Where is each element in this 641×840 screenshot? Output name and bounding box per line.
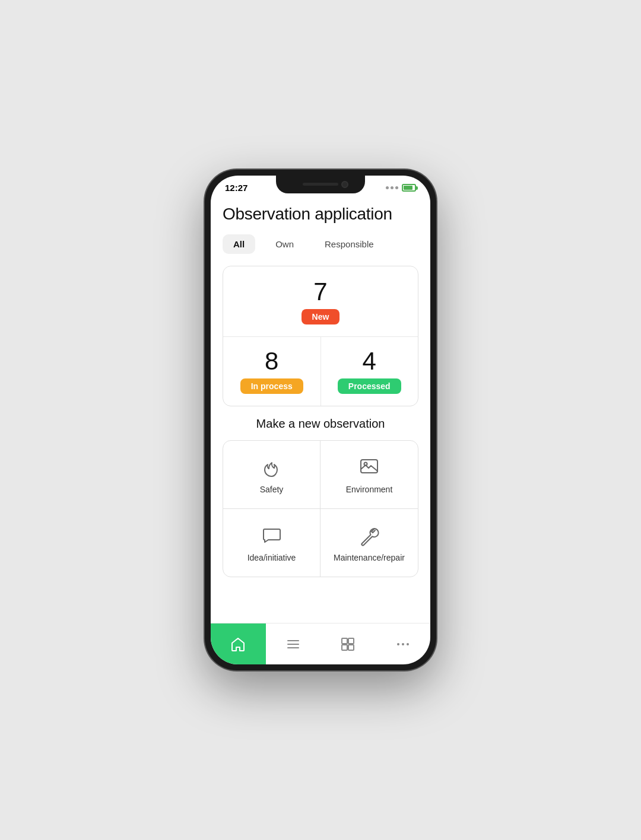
obs-environment-label: Environment xyxy=(346,485,393,494)
svg-point-11 xyxy=(407,643,409,645)
page-title: Observation application xyxy=(223,205,418,224)
nav-grid[interactable] xyxy=(320,623,376,664)
image-icon xyxy=(357,455,381,479)
obs-idea-label: Idea/initiative xyxy=(247,553,296,562)
stat-new-badge: New xyxy=(302,309,340,324)
signal-icon xyxy=(386,186,398,189)
new-observation-title: Make a new observation xyxy=(223,417,418,431)
stat-processed[interactable]: 4 Processed xyxy=(321,337,418,406)
svg-point-10 xyxy=(402,643,404,645)
notch xyxy=(276,176,365,193)
filter-tab-own[interactable]: Own xyxy=(265,234,304,254)
filter-tab-all[interactable]: All xyxy=(223,234,255,254)
observation-grid-card: Safety Environment xyxy=(223,440,418,577)
stat-new[interactable]: 7 New xyxy=(223,266,418,337)
observation-grid: Safety Environment xyxy=(223,441,418,577)
obs-safety[interactable]: Safety xyxy=(223,441,320,509)
stat-inprocess[interactable]: 8 In process xyxy=(223,337,321,406)
stat-inprocess-badge: In process xyxy=(240,378,303,394)
speaker xyxy=(303,183,338,186)
wrench-icon xyxy=(357,523,381,547)
status-time: 12:27 xyxy=(225,183,247,193)
svg-rect-7 xyxy=(342,645,347,650)
fire-icon xyxy=(260,455,284,479)
phone-frame: 12:27 Observation application All Own xyxy=(205,170,436,670)
more-icon xyxy=(395,637,411,652)
svg-point-9 xyxy=(397,643,399,645)
stat-processed-badge: Processed xyxy=(338,378,401,394)
obs-idea[interactable]: Idea/initiative xyxy=(223,509,320,577)
scroll-content: Observation application All Own Responsi… xyxy=(211,195,430,623)
bottom-nav xyxy=(211,623,430,664)
stat-inprocess-count: 8 xyxy=(265,349,278,374)
status-icons xyxy=(386,184,416,192)
home-icon xyxy=(230,637,246,652)
obs-environment[interactable]: Environment xyxy=(320,441,418,509)
svg-rect-6 xyxy=(348,638,354,644)
grid-icon xyxy=(340,637,356,652)
stats-bottom: 8 In process 4 Processed xyxy=(223,337,418,406)
nav-more[interactable] xyxy=(376,623,431,664)
obs-safety-label: Safety xyxy=(260,485,284,494)
stats-card: 7 New 8 In process 4 Processed xyxy=(223,266,418,406)
phone-screen: 12:27 Observation application All Own xyxy=(211,176,430,664)
chat-icon xyxy=(260,523,284,547)
obs-maintenance[interactable]: Maintenance/repair xyxy=(320,509,418,577)
battery-icon xyxy=(402,184,416,192)
stat-new-count: 7 xyxy=(313,279,327,304)
nav-home[interactable] xyxy=(211,623,266,664)
filter-tabs: All Own Responsible xyxy=(223,234,418,254)
stat-processed-count: 4 xyxy=(363,349,376,374)
obs-maintenance-label: Maintenance/repair xyxy=(334,553,405,562)
battery-fill xyxy=(404,186,412,190)
camera xyxy=(341,181,348,188)
svg-rect-8 xyxy=(348,645,354,650)
nav-list[interactable] xyxy=(266,623,321,664)
svg-rect-5 xyxy=(342,638,347,644)
list-icon xyxy=(285,637,301,652)
filter-tab-responsible[interactable]: Responsible xyxy=(314,234,385,254)
